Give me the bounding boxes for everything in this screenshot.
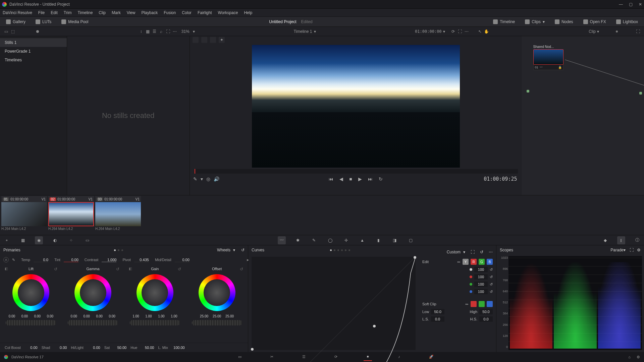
clip-thumbnail[interactable]: 0201:00:00:00V1 H.264 Main L4.2: [48, 196, 94, 231]
palette-blur-icon[interactable]: ▮: [374, 236, 382, 244]
clip-image[interactable]: [95, 202, 141, 226]
hand-icon[interactable]: ✋: [483, 28, 490, 35]
curve-handle-icon[interactable]: ▸: [247, 257, 249, 262]
menu-file[interactable]: File: [38, 10, 45, 15]
node-input[interactable]: [527, 90, 529, 93]
split-icon[interactable]: [201, 37, 207, 43]
home-icon[interactable]: ⌂: [628, 355, 631, 359]
reset-icon[interactable]: ↺: [490, 290, 493, 294]
grid-icon[interactable]: ▦: [145, 28, 151, 35]
sc-channel-g[interactable]: [479, 301, 485, 307]
primaries-mode[interactable]: Wheels: [217, 248, 230, 252]
ls-value[interactable]: [431, 316, 444, 322]
maximize-icon[interactable]: ▢: [629, 2, 633, 7]
chevron-down-icon[interactable]: ▾: [233, 248, 235, 252]
timeline-toggle[interactable]: Timeline: [490, 18, 518, 25]
palette-wheels-icon[interactable]: ◉: [35, 236, 43, 244]
scopes-icon[interactable]: ⫿: [617, 236, 625, 244]
reset-icon[interactable]: ↺: [490, 275, 493, 279]
sc-channel-r[interactable]: [471, 301, 477, 307]
palette-magicmask-icon[interactable]: ▲: [358, 236, 366, 244]
temp-value[interactable]: 0.0: [34, 258, 48, 262]
channel-g[interactable]: G: [479, 259, 485, 265]
menu-fusion[interactable]: Fusion: [164, 10, 176, 15]
gallery-powergrade[interactable]: PowerGrade 1: [0, 47, 67, 56]
mute-icon[interactable]: 🔊: [214, 176, 219, 182]
loop-icon[interactable]: ↻: [379, 176, 383, 182]
palette-window-icon[interactable]: ◯: [326, 236, 334, 244]
fullscreen-icon[interactable]: ⛶: [457, 28, 463, 35]
nodes-toggle[interactable]: Nodes: [552, 18, 576, 25]
reset-icon[interactable]: ↺: [54, 267, 57, 272]
page-deliver-icon[interactable]: 🚀: [426, 353, 436, 361]
menu-help[interactable]: Help: [244, 10, 252, 15]
highlight-icon[interactable]: [210, 37, 216, 43]
menu-trim[interactable]: Trim: [64, 10, 72, 15]
magic-icon[interactable]: ✦: [219, 37, 225, 43]
palette-tracking-icon[interactable]: ✢: [342, 236, 350, 244]
timeline-name[interactable]: Timeline 1: [293, 29, 312, 34]
chevron-down-icon[interactable]: ▾: [314, 29, 316, 34]
palette-warper-icon[interactable]: ✱: [294, 236, 302, 244]
viewer[interactable]: [252, 45, 460, 168]
node-expand-icon[interactable]: ⛶: [635, 28, 641, 35]
gamma-wheel[interactable]: [74, 274, 111, 311]
palette-key-icon[interactable]: ◨: [390, 236, 398, 244]
palette-motion-icon[interactable]: ▭: [83, 236, 91, 244]
info-icon[interactable]: ⓘ: [633, 236, 641, 244]
scrubber[interactable]: [194, 169, 518, 174]
clip-image[interactable]: [1, 202, 47, 226]
clip-image[interactable]: [48, 202, 94, 226]
gallery-timelines[interactable]: Timelines: [0, 56, 67, 64]
menu-playback[interactable]: Playback: [141, 10, 158, 15]
transport-timecode[interactable]: 01:00:09:25: [484, 176, 517, 182]
r-intensity[interactable]: [474, 274, 488, 280]
contrast-value[interactable]: 1.000: [102, 258, 116, 262]
gain-wheel[interactable]: [137, 274, 173, 311]
palette-colormatch-icon[interactable]: ▦: [19, 236, 27, 244]
luts-toggle[interactable]: LUTs: [33, 18, 54, 25]
node-mode[interactable]: Clip: [589, 29, 596, 34]
node-output[interactable]: [639, 92, 642, 95]
gallery-stills[interactable]: Stills 1: [0, 38, 67, 47]
link-icon[interactable]: ⬰: [457, 260, 461, 264]
menu-view[interactable]: View: [127, 10, 136, 15]
sort-icon[interactable]: ↕: [138, 28, 145, 35]
search-icon[interactable]: ⌕: [158, 28, 165, 35]
chevron-down-icon[interactable]: ▾: [463, 250, 465, 254]
y-intensity[interactable]: [474, 267, 488, 272]
sat-value[interactable]: 50.00: [112, 346, 126, 350]
colboost-value[interactable]: 0.00: [23, 346, 38, 350]
step-back-icon[interactable]: ◀: [339, 176, 343, 182]
play-icon[interactable]: ▶: [358, 176, 362, 182]
palette-camera-raw-icon[interactable]: ⚬: [3, 236, 11, 244]
page-media-icon[interactable]: ▭: [235, 353, 244, 361]
shad-value[interactable]: 0.00: [53, 346, 67, 350]
gain-jog[interactable]: [130, 320, 180, 325]
offset-jog[interactable]: [192, 320, 242, 325]
hue-value[interactable]: 50.00: [140, 346, 154, 350]
expand-icon[interactable]: ⛶: [471, 250, 475, 254]
bw-picker-icon[interactable]: ◧: [129, 267, 132, 270]
stop-icon[interactable]: ■: [349, 176, 352, 182]
palette-curves-icon[interactable]: 〰: [278, 236, 286, 244]
lift-wheel[interactable]: [12, 274, 49, 311]
clip-thumbnail[interactable]: 0301:00:00:00V1 H.264 Main L4.2: [95, 196, 141, 231]
channel-y[interactable]: Y: [463, 259, 469, 265]
viewer-zoom[interactable]: 31%: [181, 29, 190, 34]
palette-sizing-icon[interactable]: ▢: [407, 236, 415, 244]
pivot-value[interactable]: 0.435: [134, 258, 149, 262]
qualifier-picker-icon[interactable]: ✎: [193, 176, 197, 182]
auto-balance-icon[interactable]: A: [3, 257, 9, 262]
mid-value[interactable]: 0.00: [175, 258, 190, 262]
more-icon[interactable]: ⋯: [171, 28, 178, 35]
node[interactable]: Shared Nod... 01〰🔒: [533, 45, 564, 70]
close-icon[interactable]: ✕: [639, 2, 642, 7]
more-icon[interactable]: ⋯: [463, 28, 470, 35]
chevron-down-icon[interactable]: ▾: [193, 29, 195, 34]
menu-timeline[interactable]: Timeline: [77, 10, 93, 15]
clips-toggle[interactable]: Clips▾: [522, 18, 547, 25]
last-frame-icon[interactable]: ⏭: [368, 176, 373, 182]
scopes-mode[interactable]: Parade: [610, 248, 624, 252]
settings-icon[interactable]: ⚙: [637, 248, 641, 252]
